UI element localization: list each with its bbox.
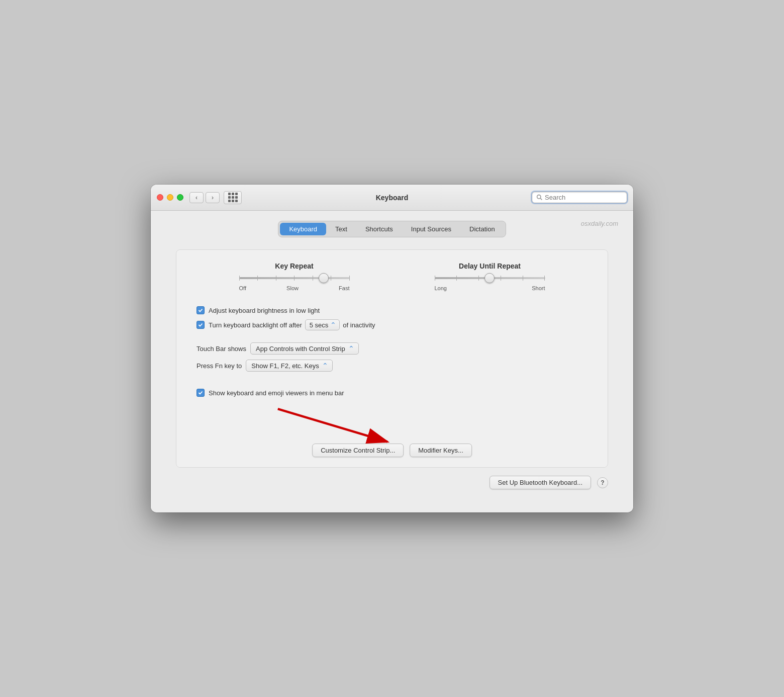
svg-line-1 [540, 198, 542, 200]
emoji-checkbox-row: Show keyboard and emoji viewers in menu … [197, 389, 587, 397]
bluetooth-keyboard-button[interactable]: Set Up Bluetooth Keyboard... [489, 476, 591, 489]
search-box[interactable] [532, 192, 627, 203]
adjust-brightness-row: Adjust keyboard brightness in low light [197, 306, 587, 314]
key-repeat-thumb[interactable] [319, 273, 329, 283]
grid-icon [228, 193, 238, 202]
keyboard-preferences-window: ‹ › Keyboard osxdaily.com Keyboard Text [151, 185, 633, 512]
delay-repeat-slider-group: Delay Until Repeat [420, 262, 560, 291]
footer: Set Up Bluetooth Keyboard... ? [166, 468, 618, 497]
backlight-off-label-suffix: of inactivity [343, 321, 375, 329]
tab-dictation[interactable]: Dictation [460, 223, 504, 235]
touchbar-row: Touch Bar shows App Controls with Contro… [186, 342, 598, 355]
checkmark-icon-3 [198, 390, 203, 395]
content-area: osxdaily.com Keyboard Text Shortcuts Inp… [151, 211, 633, 512]
forward-button[interactable]: › [206, 192, 220, 203]
nav-buttons: ‹ › [189, 192, 220, 203]
emoji-label: Show keyboard and emoji viewers in menu … [209, 389, 344, 397]
minimize-button[interactable] [167, 194, 173, 201]
fn-key-row: Press Fn key to Show F1, F2, etc. Keys ⌃ [186, 360, 598, 372]
adjust-brightness-checkbox[interactable] [197, 306, 205, 314]
traffic-lights [157, 194, 183, 201]
settings-panel: Key Repeat [176, 249, 608, 468]
tab-shortcuts[interactable]: Shortcuts [356, 223, 402, 235]
checkbox-section: Adjust keyboard brightness in low light … [186, 306, 598, 330]
delay-repeat-long-label: Long [435, 285, 447, 291]
fn-key-dropdown-arrow-icon: ⌃ [322, 362, 328, 370]
emoji-checkbox[interactable] [197, 389, 205, 397]
tab-text[interactable]: Text [326, 223, 356, 235]
key-repeat-off-label: Off [239, 285, 246, 291]
key-repeat-label: Key Repeat [275, 262, 313, 270]
sliders-section: Key Repeat [186, 262, 598, 291]
emoji-row: Show keyboard and emoji viewers in menu … [186, 382, 598, 397]
tab-bar: Keyboard Text Shortcuts Input Sources Di… [278, 221, 506, 237]
tab-input-sources[interactable]: Input Sources [402, 223, 460, 235]
key-repeat-track [239, 277, 350, 279]
key-repeat-slider-group: Key Repeat [224, 262, 365, 291]
dropdown-arrow-icon: ⌃ [330, 321, 336, 329]
arrow-annotation-area: Customize Control Strip... Modifier Keys… [186, 402, 598, 457]
backlight-off-checkbox[interactable] [197, 321, 205, 329]
fn-key-dropdown[interactable]: Show F1, F2, etc. Keys ⌃ [246, 360, 332, 372]
maximize-button[interactable] [177, 194, 183, 201]
checkmark-icon-2 [198, 322, 203, 327]
modifier-keys-button[interactable]: Modifier Keys... [410, 444, 472, 457]
backlight-duration-dropdown[interactable]: 5 secs ⌃ [305, 319, 340, 330]
backlight-off-label-prefix: Turn keyboard backlight off after [209, 321, 302, 329]
search-icon [536, 194, 543, 201]
delay-repeat-track [435, 277, 545, 279]
titlebar: ‹ › Keyboard [151, 185, 633, 211]
customize-control-strip-button[interactable]: Customize Control Strip... [312, 444, 404, 457]
watermark: osxdaily.com [581, 220, 618, 227]
touchbar-dropdown-arrow-icon: ⌃ [348, 344, 354, 353]
svg-line-3 [278, 409, 387, 442]
touchbar-label: Touch Bar shows [197, 345, 246, 353]
key-repeat-slow-label: Slow [286, 285, 299, 291]
delay-repeat-label: Delay Until Repeat [459, 262, 521, 270]
backlight-off-row: Turn keyboard backlight off after 5 secs… [197, 319, 587, 330]
help-button[interactable]: ? [597, 477, 608, 488]
window-title: Keyboard [376, 194, 409, 202]
close-button[interactable] [157, 194, 163, 201]
adjust-brightness-label: Adjust keyboard brightness in low light [209, 307, 320, 314]
grid-button[interactable] [224, 191, 242, 204]
touchbar-dropdown[interactable]: App Controls with Control Strip ⌃ [250, 342, 359, 355]
bottom-buttons: Customize Control Strip... Modifier Keys… [312, 444, 472, 457]
svg-point-0 [537, 195, 541, 199]
back-button[interactable]: ‹ [189, 192, 204, 203]
fn-key-label: Press Fn key to [197, 362, 242, 370]
tab-keyboard[interactable]: Keyboard [280, 223, 326, 235]
key-repeat-fast-label: Fast [339, 285, 349, 291]
checkmark-icon [198, 308, 203, 313]
search-input[interactable] [545, 194, 623, 201]
delay-repeat-short-label: Short [532, 285, 545, 291]
delay-repeat-thumb[interactable] [484, 273, 495, 283]
